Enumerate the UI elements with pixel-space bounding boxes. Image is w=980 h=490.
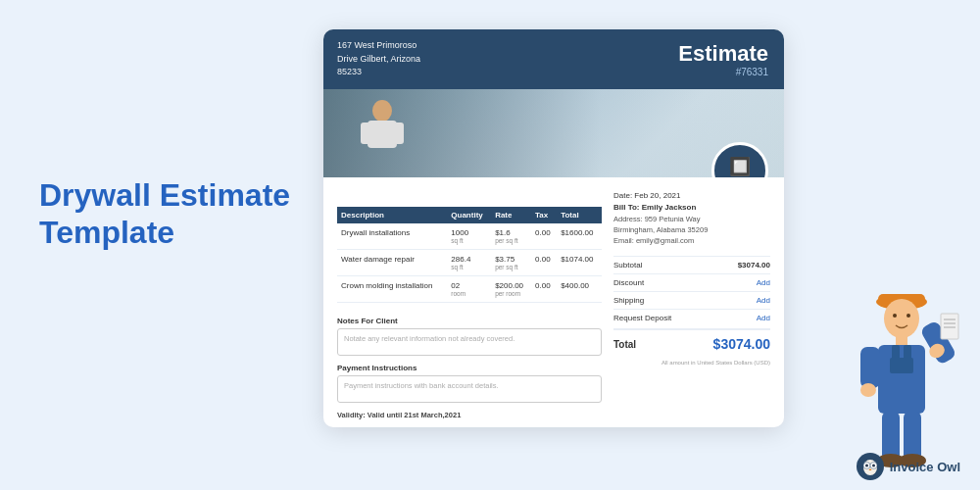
svg-point-8 [906, 314, 910, 318]
notes-placeholder: Notate any relevant information not alre… [344, 334, 514, 343]
date-row: Date: Feb 20, 2021 [613, 191, 770, 200]
shipping-label: Shipping [613, 296, 644, 305]
validity-text: Validity: Valid until 21st March,2021 [337, 411, 602, 419]
usd-note: All amount in United States Dollars (USD… [613, 360, 770, 366]
shipping-add-link[interactable]: Add [757, 296, 770, 305]
estimate-document: 167 West PrimorosoDrive Gilbert, Arizona… [323, 29, 784, 427]
col-tax: Tax [531, 207, 557, 223]
estimate-title-block: Estimate #76331 [678, 41, 768, 77]
items-table: Description Quantity Rate Tax Total Dryw… [337, 207, 602, 303]
svg-rect-9 [896, 336, 907, 346]
company-address: 167 West PrimorosoDrive Gilbert, Arizona… [337, 39, 420, 79]
subtotal-label: Subtotal [613, 261, 642, 270]
svg-rect-18 [941, 314, 958, 339]
total-row: Total $3074.00 [613, 328, 770, 358]
document-right-panel: Date: Feb 20, 2021 Bill To: Emily Jackso… [613, 187, 770, 419]
row1-quantity: 1000 sq ft [447, 223, 491, 250]
svg-point-6 [884, 299, 919, 338]
owl-icon [857, 453, 884, 480]
invoice-owl-text: Invoice Owl [890, 460, 960, 474]
row3-description: Crown molding installation [337, 275, 447, 302]
discount-row: Discount Add [613, 273, 770, 291]
table-body: Drywall installations 1000 sq ft $1.6 pe… [337, 223, 602, 303]
payment-placeholder: Payment instructions with bank account d… [344, 381, 499, 390]
row3-tax: 0.00 [531, 275, 557, 302]
client-name: Emily Jackson [642, 203, 697, 212]
client-address: Address: 959 Petunia Way Birmingham, Ala… [613, 214, 770, 247]
notes-input[interactable]: Notate any relevant information not alre… [337, 328, 602, 356]
svg-point-7 [893, 314, 897, 318]
estimate-number: #76331 [678, 67, 768, 77]
svg-point-31 [872, 465, 875, 467]
svg-rect-1 [368, 121, 397, 148]
email-value: emily@gmail.com [636, 236, 694, 245]
col-rate: Rate [491, 207, 531, 223]
city-state: Birmingham, Alabama 35209 [613, 225, 708, 234]
date-value: Feb 20, 2021 [634, 191, 680, 200]
subtotal-row: Subtotal $3074.00 [613, 256, 770, 273]
row1-tax: 0.00 [531, 223, 557, 250]
table-row: Crown molding installation 02 room $200.… [337, 275, 602, 302]
deposit-label: Request Deposit [613, 314, 671, 322]
client-info-block: Date: Feb 20, 2021 Bill To: Emily Jackso… [613, 191, 770, 247]
svg-rect-13 [890, 358, 913, 373]
col-description: Description [337, 207, 447, 223]
total-amount: $3074.00 [713, 336, 770, 352]
document-header: 167 West PrimorosoDrive Gilbert, Arizona… [323, 29, 784, 89]
row2-quantity: 286.4 sq ft [447, 249, 491, 275]
row2-total: $1074.00 [557, 249, 602, 275]
notes-section: Notes For Client Notate any relevant inf… [337, 317, 602, 356]
invoice-owl-brand: Invoice Owl [857, 453, 960, 480]
svg-rect-14 [860, 347, 880, 388]
photo-strip: 🔲 DRYWALL [323, 89, 784, 177]
estimate-title: Estimate [678, 41, 768, 67]
document-body: Description Quantity Rate Tax Total Dryw… [323, 177, 784, 427]
col-quantity: Quantity [447, 207, 491, 223]
svg-rect-3 [394, 122, 404, 144]
row1-rate: $1.6 per sq ft [491, 223, 531, 250]
subtotal-value: $3074.00 [738, 261, 770, 270]
svg-rect-2 [361, 122, 370, 144]
col-total: Total [557, 207, 602, 223]
payment-label: Payment Instructions [337, 364, 602, 372]
discount-label: Discount [613, 278, 644, 287]
svg-rect-10 [878, 345, 925, 414]
date-label: Date: [613, 191, 632, 200]
row3-quantity: 02 room [447, 275, 491, 302]
address-value: 959 Petunia Way [645, 215, 701, 223]
worker-character-illustration [843, 265, 960, 461]
page-title: Drywall Estimate Template [39, 176, 294, 252]
table-row: Drywall installations 1000 sq ft $1.6 pe… [337, 223, 602, 250]
drywall-badge-icon: 🔲 [729, 156, 751, 177]
notes-label: Notes For Client [337, 317, 602, 325]
worker-photo-illustration [353, 99, 412, 168]
svg-point-0 [372, 100, 392, 122]
row1-description: Drywall installations [337, 223, 447, 250]
page-title-block: Drywall Estimate Template [39, 176, 294, 252]
row3-total: $400.00 [557, 275, 602, 302]
shipping-row: Shipping Add [613, 291, 770, 309]
deposit-row: Request Deposit Add [613, 309, 770, 326]
payment-section: Payment Instructions Payment instruction… [337, 364, 602, 403]
svg-point-16 [860, 383, 876, 397]
deposit-add-link[interactable]: Add [757, 314, 770, 322]
payment-input[interactable]: Payment instructions with bank account d… [337, 375, 602, 403]
row2-rate: $3.75 per sq ft [491, 249, 531, 275]
total-label: Total [613, 339, 636, 350]
table-header: Description Quantity Rate Tax Total [337, 207, 602, 223]
discount-add-link[interactable]: Add [757, 278, 770, 287]
table-row: Water damage repair 286.4 sq ft $3.75 pe… [337, 249, 602, 275]
document-left-panel: Description Quantity Rate Tax Total Dryw… [337, 187, 602, 419]
row2-tax: 0.00 [531, 249, 557, 275]
row3-rate: $200.00 per room [491, 275, 531, 302]
row1-total: $1600.00 [557, 223, 602, 250]
bill-to-row: Bill To: Emily Jackson [613, 203, 770, 212]
row2-description: Water damage repair [337, 249, 447, 275]
svg-point-30 [865, 465, 868, 467]
